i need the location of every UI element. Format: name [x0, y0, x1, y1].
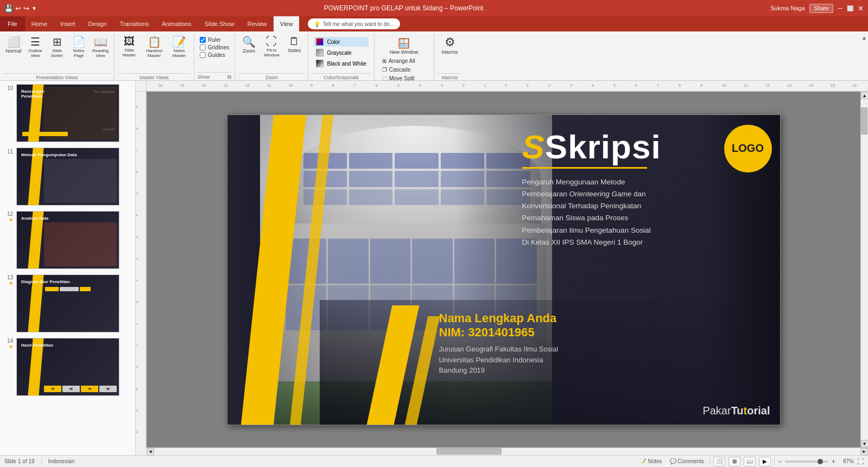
slide-master-button[interactable]: 🖼 SlideMaster: [118, 34, 141, 59]
tab-animations[interactable]: Animations: [155, 16, 198, 31]
svg-text:3: 3: [136, 366, 138, 368]
slide-item-12[interactable]: 12 ★ Analisis Data: [2, 210, 133, 270]
redo-qat-button[interactable]: ↪: [23, 4, 29, 12]
slide-sorter-button[interactable]: ⊞ SlideSorter: [47, 34, 67, 60]
zoom-button[interactable]: 🔍 Zoom: [238, 34, 259, 55]
reading-view-btn[interactable]: 📖: [744, 457, 756, 466]
ruler-row: ·16·15·14 ·13·12·11 ·10·9·8 ·7·6·5 ·4·3·…: [136, 81, 868, 92]
notes-master-icon: 📝: [173, 35, 186, 48]
presenter-view-btn[interactable]: ▶: [759, 457, 771, 466]
fit-slide-button[interactable]: ⛶: [857, 458, 864, 465]
scroll-up-button[interactable]: ▲: [861, 92, 869, 99]
save-qat-button[interactable]: 💾: [4, 4, 13, 12]
notes-zoom-button[interactable]: 🗒 Notes: [284, 34, 305, 55]
tell-me-input[interactable]: 💡 Tell me what you want to do...: [308, 18, 400, 29]
scroll-down-button[interactable]: ▼: [861, 440, 869, 447]
svg-text:·2: ·2: [461, 84, 465, 87]
reading-view-button[interactable]: 📖 ReadingView: [90, 34, 111, 60]
canvas-area[interactable]: LOGO SSkripsi: [147, 92, 860, 447]
notes-master-button[interactable]: 📝 NotesMaster: [168, 34, 191, 60]
handout-master-button[interactable]: 📋 HandoutMaster: [142, 34, 167, 60]
slide-master-icon: 🖼: [124, 35, 135, 48]
customize-qat-button[interactable]: ▼: [31, 5, 37, 11]
window-title: POWERPOINT pro GELAP untuk Sidang – Powe…: [37, 4, 770, 12]
color-option[interactable]: Color: [314, 37, 368, 47]
status-left: Slide 1 of 19 Indonesian: [4, 458, 75, 465]
svg-text:1: 1: [136, 279, 138, 282]
svg-text:1: 1: [136, 323, 138, 325]
svg-text:6: 6: [136, 171, 138, 173]
zoom-in-button[interactable]: +: [832, 458, 835, 465]
star-13: ★: [9, 280, 13, 286]
notes-status-button[interactable]: 📝 Notes: [637, 457, 664, 465]
vertical-scrollbar[interactable]: ▲ ▼: [860, 92, 868, 447]
close-button[interactable]: ✕: [858, 4, 864, 12]
slide-item-13[interactable]: 13 ★ Diagram Alur Penelitian: [2, 273, 133, 334]
svg-text:2: 2: [136, 258, 138, 260]
zoom-slider-thumb[interactable]: [818, 459, 823, 464]
ruler-checkbox[interactable]: [200, 37, 206, 43]
tab-slideshow[interactable]: Slide Show: [198, 16, 241, 31]
show-dialog-button[interactable]: ⧉: [227, 74, 231, 80]
name-box: Nama Lengkap Anda NIM: 3201401965 Jurusa…: [439, 311, 559, 376]
svg-text:6: 6: [136, 431, 138, 433]
horizontal-scrollbar[interactable]: ◄ ►: [147, 447, 868, 455]
normal-view-icon: ⬜: [7, 35, 21, 48]
slide-item-10[interactable]: 10 RancanganPenelitian Pro Lapangan Lapa…: [2, 83, 133, 143]
new-window-button[interactable]: 🪟 New Window: [379, 36, 429, 56]
undo-qat-button[interactable]: ↩: [15, 4, 21, 12]
notes-zoom-icon: 🗒: [289, 35, 300, 48]
scroll-right-button[interactable]: ►: [860, 448, 868, 456]
tab-home[interactable]: Home: [25, 16, 54, 31]
ruler-checkbox-label[interactable]: Ruler: [200, 37, 229, 43]
slide-canvas[interactable]: LOGO SSkripsi: [227, 114, 781, 425]
status-sep-1: [41, 458, 42, 465]
brand-text: PakarTutorial: [702, 405, 770, 417]
tab-insert[interactable]: Insert: [54, 16, 82, 31]
tab-transitions[interactable]: Transitions: [113, 16, 155, 31]
h-scroll-track: [154, 448, 860, 455]
tab-file[interactable]: File: [0, 16, 25, 31]
svg-text:15·: 15·: [831, 84, 836, 87]
restore-button[interactable]: ⬜: [847, 5, 853, 11]
fit-to-window-button[interactable]: ⛶ Fit toWindow: [260, 34, 283, 59]
h-scroll-thumb[interactable]: [436, 448, 502, 455]
tab-design[interactable]: Design: [82, 16, 113, 31]
tab-view[interactable]: View: [274, 16, 300, 31]
language-info: Indonesian: [48, 458, 75, 464]
status-sep-2: [709, 458, 710, 465]
bw-swatch: [316, 60, 324, 67]
gridlines-checkbox-label[interactable]: Gridlines: [200, 44, 229, 50]
ribbon-collapse-button[interactable]: ▲: [861, 35, 867, 41]
minimize-button[interactable]: ─: [838, 4, 842, 12]
notes-page-button[interactable]: 📄 NotesPage: [68, 34, 89, 60]
outline-view-button[interactable]: ☰ OutlineView: [25, 34, 46, 60]
macros-button[interactable]: ⚙ Macros: [438, 34, 462, 56]
slide-item-14[interactable]: 14 ★ Hasil Penelitian 75 58 79 88: [2, 337, 133, 397]
gridlines-checkbox[interactable]: [200, 44, 206, 50]
scroll-left-button[interactable]: ◄: [147, 448, 154, 456]
normal-view-btn[interactable]: ⬜: [713, 457, 725, 466]
grayscale-option[interactable]: Grayscale: [314, 48, 368, 57]
comments-button[interactable]: 💬 Comments: [668, 457, 706, 465]
normal-view-button[interactable]: ⬜ Normal: [3, 34, 24, 55]
title-bar: 💾 ↩ ↪ ▼ POWERPOINT pro GELAP untuk Sidan…: [0, 0, 868, 16]
zoom-slider-track[interactable]: [785, 460, 828, 463]
share-button[interactable]: Share: [809, 4, 834, 13]
zoom-out-button[interactable]: −: [778, 458, 782, 465]
cascade-button[interactable]: ❐ Cascade: [379, 66, 429, 74]
bw-option[interactable]: Black and White: [314, 59, 368, 68]
guides-checkbox[interactable]: [200, 52, 206, 58]
guides-checkbox-label[interactable]: Guides: [200, 52, 229, 58]
slide-sorter-view-btn[interactable]: ⊞: [728, 457, 740, 466]
svg-text:0: 0: [505, 84, 507, 87]
notes-icon: 📝: [639, 458, 646, 464]
arrange-icon: ⊞: [382, 58, 387, 64]
slide-item-11[interactable]: 11 Metode Pengumpulan Data: [2, 146, 133, 207]
handout-icon: 📋: [148, 35, 161, 48]
ribbon-content: ⬜ Normal ☰ OutlineView ⊞ SlideSorter 📄 N…: [0, 31, 868, 81]
scroll-thumb[interactable]: [861, 107, 867, 135]
arrange-all-button[interactable]: ⊞ Arrange All: [379, 57, 429, 65]
macros-group-label: Macros: [438, 73, 462, 80]
tab-review[interactable]: Review: [241, 16, 274, 31]
